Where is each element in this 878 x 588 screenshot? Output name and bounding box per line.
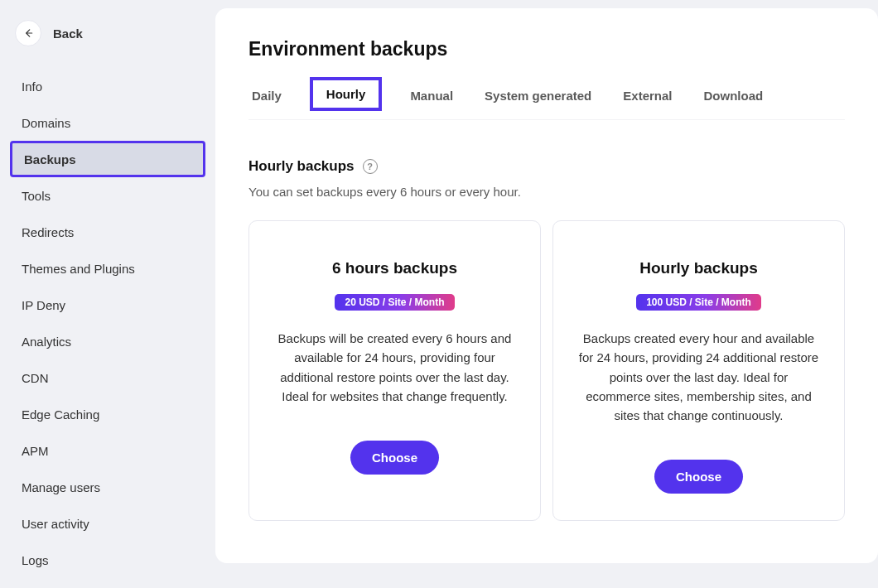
content-wrap: Environment backups DailyHourlyManualSys… <box>215 0 878 588</box>
sidebar-item-label: Tools <box>22 189 51 203</box>
sidebar-item-label: Backups <box>24 152 76 166</box>
sidebar-item-label: Logs <box>22 553 49 567</box>
tab-label: System generated <box>485 89 591 103</box>
sidebar-item-label: Domains <box>22 116 70 130</box>
sidebar-item-info[interactable]: Info <box>10 68 205 104</box>
sidebar-item-edge-caching[interactable]: Edge Caching <box>10 396 205 432</box>
back-label[interactable]: Back <box>53 27 83 41</box>
sidebar-item-backups[interactable]: Backups <box>10 141 205 177</box>
price-badge: 20 USD / Site / Month <box>335 294 454 311</box>
help-icon[interactable]: ? <box>363 159 378 174</box>
plan-card: 6 hours backups20 USD / Site / MonthBack… <box>248 220 541 521</box>
tab-label: Manual <box>410 89 453 103</box>
sidebar-item-label: Analytics <box>22 335 71 349</box>
sidebar: Back InfoDomainsBackupsToolsRedirectsThe… <box>0 0 215 588</box>
tab-label: External <box>623 89 672 103</box>
tab-hourly[interactable]: Hourly <box>310 77 383 111</box>
sidebar-item-label: CDN <box>22 371 49 385</box>
sidebar-item-apm[interactable]: APM <box>10 432 205 469</box>
sidebar-item-user-activity[interactable]: User activity <box>10 505 205 542</box>
sidebar-item-label: Themes and Plugins <box>22 262 135 276</box>
sidebar-item-label: Info <box>22 80 42 94</box>
plan-title: 6 hours backups <box>332 259 457 277</box>
section-title: Hourly backups <box>248 158 355 175</box>
plan-title: Hourly backups <box>639 259 758 277</box>
sidebar-item-logs[interactable]: Logs <box>10 542 205 578</box>
tab-system-generated[interactable]: System generated <box>481 80 595 119</box>
back-button[interactable] <box>15 20 41 46</box>
tab-daily[interactable]: Daily <box>248 80 285 119</box>
section-subtitle: You can set backups every 6 hours or eve… <box>248 185 845 199</box>
content: Environment backups DailyHourlyManualSys… <box>215 8 878 563</box>
sidebar-item-label: Edge Caching <box>22 407 99 422</box>
section-header: Hourly backups ? <box>248 158 845 175</box>
sidebar-item-ip-deny[interactable]: IP Deny <box>10 287 205 323</box>
price-badge: 100 USD / Site / Month <box>636 294 761 311</box>
sidebar-item-themes-and-plugins[interactable]: Themes and Plugins <box>10 250 205 287</box>
tab-label: Daily <box>252 89 282 103</box>
sidebar-item-analytics[interactable]: Analytics <box>10 323 205 359</box>
sidebar-item-redirects[interactable]: Redirects <box>10 214 205 250</box>
sidebar-item-label: IP Deny <box>22 298 65 312</box>
back-nav[interactable]: Back <box>10 10 205 68</box>
plan-description: Backups will be created every 6 hours an… <box>274 329 515 406</box>
tab-external[interactable]: External <box>620 80 675 119</box>
tab-manual[interactable]: Manual <box>407 80 456 119</box>
plan-card: Hourly backups100 USD / Site / MonthBack… <box>552 220 845 521</box>
sidebar-nav: InfoDomainsBackupsToolsRedirectsThemes a… <box>10 68 205 578</box>
sidebar-item-label: User activity <box>22 517 89 531</box>
tabs: DailyHourlyManualSystem generatedExterna… <box>248 80 845 120</box>
sidebar-item-cdn[interactable]: CDN <box>10 359 205 396</box>
plan-cards: 6 hours backups20 USD / Site / MonthBack… <box>248 220 845 521</box>
choose-button[interactable]: Choose <box>350 441 439 475</box>
tab-download[interactable]: Download <box>701 80 767 119</box>
sidebar-item-label: APM <box>22 444 49 458</box>
tab-label: Download <box>704 89 764 103</box>
choose-button[interactable]: Choose <box>654 460 743 494</box>
page-title: Environment backups <box>248 38 845 60</box>
tab-label: Hourly <box>326 87 366 101</box>
plan-description: Backups created every hour and available… <box>578 329 819 425</box>
sidebar-item-label: Manage users <box>22 480 100 494</box>
arrow-left-icon <box>22 27 34 39</box>
sidebar-item-manage-users[interactable]: Manage users <box>10 469 205 505</box>
sidebar-item-domains[interactable]: Domains <box>10 104 205 141</box>
sidebar-item-tools[interactable]: Tools <box>10 177 205 214</box>
sidebar-item-label: Redirects <box>22 225 74 239</box>
